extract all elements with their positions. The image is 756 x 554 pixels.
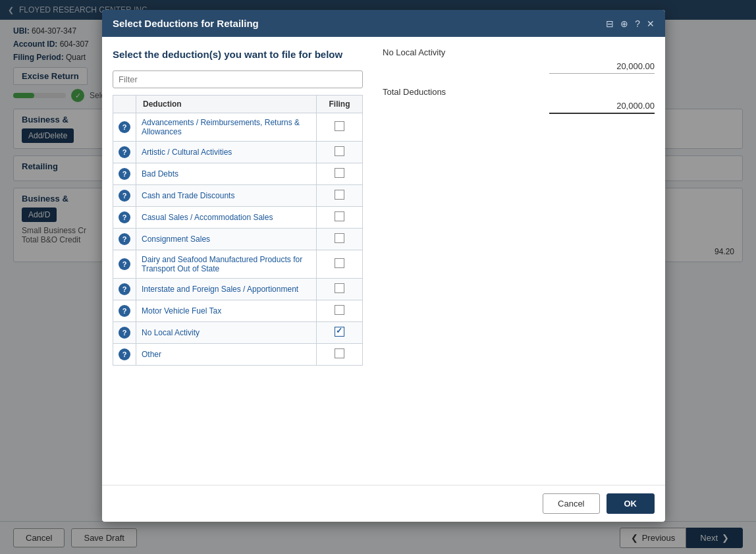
copy-icon[interactable]: ⊟ [606,18,614,29]
deduction-name: Artistic / Cultural Activities [136,142,317,163]
help-circle-icon[interactable]: ? [119,258,130,270]
deduction-table: Deduction Filing ?Advancements / Reimbur… [113,95,363,366]
table-row: ?Bad Debts [113,163,363,185]
table-row: ?Interstate and Foreign Sales / Apportio… [113,279,363,300]
deduction-name: Bad Debts [136,163,317,185]
th-icon [113,96,136,113]
deduction-checkbox[interactable] [335,190,344,200]
modal-title: Select Deductions for Retailing [113,18,259,29]
help-icon-cell: ? [113,344,136,366]
right-panel: No Local Activity 20,000.00 Total Deduct… [376,47,655,474]
globe-icon[interactable]: ⊕ [620,18,628,29]
help-icon-cell: ? [113,279,136,300]
table-row: ?No Local Activity [113,322,363,344]
table-row: ?Advancements / Reimbursements, Returns … [113,113,363,142]
help-circle-icon[interactable]: ? [119,233,130,245]
deduction-checkbox[interactable] [335,348,344,358]
help-icon-cell: ? [113,207,136,229]
table-row: ?Artistic / Cultural Activities [113,142,363,163]
help-icon-cell: ? [113,163,136,185]
deduction-checkbox-cell[interactable] [317,344,363,366]
left-panel: Select the deduction(s) you want to file… [113,47,363,474]
deduction-checkbox[interactable] [335,146,344,156]
deduction-checkbox[interactable] [335,305,344,315]
help-circle-icon[interactable]: ? [119,190,130,202]
deduction-checkbox[interactable] [335,327,344,337]
deduction-checkbox-cell[interactable] [317,185,363,207]
help-circle-icon[interactable]: ? [119,327,130,339]
deduction-checkbox-cell[interactable] [317,113,363,142]
deduction-checkbox-cell[interactable] [317,322,363,344]
total-deductions-label: Total Deductions [383,87,655,97]
help-icon-cell: ? [113,322,136,344]
table-row: ?Dairy and Seafood Manufactured Products… [113,250,363,279]
help-icon-cell: ? [113,142,136,163]
deduction-name: Motor Vehicle Fuel Tax [136,300,317,322]
table-row: ?Consignment Sales [113,229,363,250]
help-icon-cell: ? [113,300,136,322]
help-circle-icon[interactable]: ? [119,348,130,360]
help-circle-icon[interactable]: ? [119,283,130,295]
total-deductions-section: Total Deductions 20,000.00 [383,87,655,114]
deduction-checkbox-cell[interactable] [317,142,363,163]
deduction-table-wrapper: Deduction Filing ?Advancements / Reimbur… [113,95,363,366]
modal-ok-button[interactable]: OK [607,493,655,514]
deduction-name: Advancements / Reimbursements, Returns &… [136,113,317,142]
help-icon-cell: ? [113,113,136,142]
deduction-checkbox-cell[interactable] [317,250,363,279]
deduction-name: Cash and Trade Discounts [136,185,317,207]
deduction-checkbox[interactable] [335,168,344,178]
deduction-name: Dairy and Seafood Manufactured Products … [136,250,317,279]
no-local-activity-label: No Local Activity [383,47,655,57]
deduction-checkbox-cell[interactable] [317,163,363,185]
help-circle-icon[interactable]: ? [119,146,130,158]
help-icon[interactable]: ? [635,18,640,29]
no-local-activity-section: No Local Activity 20,000.00 [383,47,655,74]
table-row: ?Cash and Trade Discounts [113,185,363,207]
help-circle-icon[interactable]: ? [119,121,130,133]
deduction-checkbox-cell[interactable] [317,279,363,300]
modal-header: Select Deductions for Retailing ⊟ ⊕ ? ✕ [102,10,665,37]
modal-body: Select the deduction(s) you want to file… [102,37,665,485]
help-icon-cell: ? [113,250,136,279]
deduction-checkbox[interactable] [335,211,344,221]
deduction-name: No Local Activity [136,322,317,344]
deduction-checkbox[interactable] [335,233,344,243]
select-deductions-modal: Select Deductions for Retailing ⊟ ⊕ ? ✕ … [102,10,665,522]
modal-cancel-button[interactable]: Cancel [543,493,599,514]
modal-header-icons: ⊟ ⊕ ? ✕ [606,18,655,29]
help-circle-icon[interactable]: ? [119,305,130,317]
deduction-name: Interstate and Foreign Sales / Apportion… [136,279,317,300]
th-filing: Filing [317,96,363,113]
help-circle-icon[interactable]: ? [119,168,130,180]
close-icon[interactable]: ✕ [647,18,655,29]
no-local-activity-value: 20,000.00 [549,61,655,74]
help-icon-cell: ? [113,185,136,207]
filter-input[interactable] [113,70,363,88]
table-row: ?Motor Vehicle Fuel Tax [113,300,363,322]
deduction-checkbox[interactable] [335,258,344,268]
table-row: ?Casual Sales / Accommodation Sales [113,207,363,229]
help-circle-icon[interactable]: ? [119,211,130,223]
table-row: ?Other [113,344,363,366]
help-icon-cell: ? [113,229,136,250]
deduction-name: Casual Sales / Accommodation Sales [136,207,317,229]
deduction-checkbox[interactable] [335,283,344,293]
modal-footer: Cancel OK [102,485,665,522]
deduction-checkbox-cell[interactable] [317,229,363,250]
deduction-name: Consignment Sales [136,229,317,250]
th-deduction: Deduction [136,96,317,113]
instruction-text: Select the deduction(s) you want to file… [113,47,363,61]
deduction-checkbox-cell[interactable] [317,300,363,322]
deduction-checkbox[interactable] [335,121,344,131]
deduction-checkbox-cell[interactable] [317,207,363,229]
total-deductions-value: 20,000.00 [549,101,655,114]
deduction-name: Other [136,344,317,366]
